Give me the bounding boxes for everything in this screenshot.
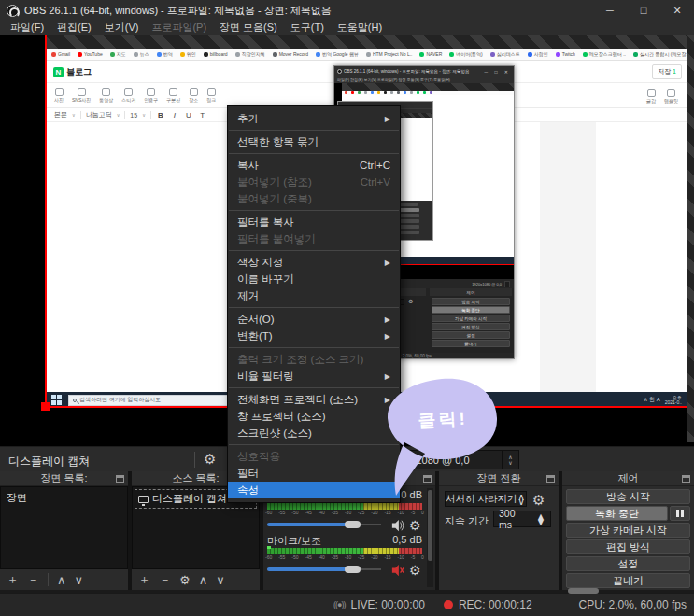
dock-popout-icon[interactable]	[116, 475, 124, 483]
bookmark-item[interactable]: NAVER	[419, 51, 442, 57]
editor-tool-링크[interactable]: 링크	[206, 88, 216, 103]
bookmark-item[interactable]: Mover Record	[273, 51, 308, 57]
source-up-button[interactable]: ∧	[199, 573, 208, 587]
format-select[interactable]: 15	[130, 112, 137, 119]
bookmark-item[interactable]: HTM Project No L..	[366, 51, 413, 57]
source-selection-border-left[interactable]	[45, 35, 47, 408]
channel-settings-gear-icon[interactable]: ⚙	[409, 518, 421, 533]
editor-tool-동영상[interactable]: 동영상	[99, 88, 113, 103]
editor-tool-장소[interactable]: 장소	[189, 88, 198, 103]
context-menu-item-4[interactable]: 복사Ctrl+C	[228, 157, 400, 174]
bookmark-item[interactable]: 사람인	[528, 51, 548, 57]
control-button-1[interactable]: 녹화 중단	[566, 506, 668, 521]
bookmark-item[interactable]: 뉴스	[134, 51, 149, 57]
minimize-button[interactable]: ─	[593, 0, 627, 21]
context-menu-item-6[interactable]: 붙여넣기 (중복)	[228, 190, 400, 207]
menubar-item[interactable]: 편집(E)	[50, 21, 98, 35]
editor-tool-스티커[interactable]: 스티커	[121, 88, 135, 103]
bookmark-item[interactable]: billboard	[204, 51, 228, 57]
context-menu-item-16[interactable]: 변환(T)▶	[228, 328, 400, 344]
editor-tool-글감[interactable]: 글감	[646, 89, 656, 104]
bookmark-item[interactable]: 위인	[180, 51, 196, 57]
format-select[interactable]: 본문	[54, 110, 67, 119]
context-menu-item-19[interactable]: 비율 필터링▶	[228, 368, 400, 385]
add-scene-button[interactable]: ＋	[7, 571, 19, 588]
context-menu-item-11[interactable]: 색상 지정▶	[228, 254, 400, 271]
format-mark-U[interactable]: U	[184, 111, 193, 119]
format-select[interactable]: 나눔고딕	[86, 110, 112, 119]
context-menu-item-18[interactable]: 출력 크기 조정 (소스 크기)	[228, 351, 400, 368]
source-settings-gear-icon[interactable]: ⚙	[179, 573, 191, 587]
control-button-2[interactable]: 가상 카메라 시작	[566, 523, 690, 538]
duration-spinbox[interactable]: 300 ms ▲▼	[493, 511, 551, 527]
editor-tool-SNS사진[interactable]: SNS사진	[72, 88, 91, 103]
format-mark-T[interactable]: T	[198, 111, 207, 119]
editor-tool-인용구[interactable]: 인용구	[144, 88, 158, 103]
context-menu-item-26[interactable]: 필터	[228, 465, 400, 482]
menubar-item[interactable]: 파일(F)	[4, 21, 50, 35]
source-down-button[interactable]: ∨	[216, 573, 225, 587]
dock-popout-icon[interactable]	[546, 475, 555, 483]
combo-arrows-icon[interactable]: ∧∨	[502, 451, 518, 469]
context-menu-item-0[interactable]: 추가▶	[228, 110, 400, 127]
transition-settings-gear-icon[interactable]: ⚙	[532, 492, 545, 509]
add-source-button[interactable]: ＋	[138, 571, 150, 588]
source-resize-handle[interactable]	[41, 402, 50, 411]
volume-slider[interactable]	[267, 564, 381, 575]
context-menu-item-25[interactable]: 상호작용	[228, 448, 400, 465]
context-menu-item-5[interactable]: 붙여넣기 (참조)Ctrl+V	[228, 174, 400, 190]
context-menu-item-12[interactable]: 이름 바꾸기	[228, 271, 400, 287]
context-menu-item-8[interactable]: 필터를 복사	[228, 214, 400, 231]
format-mark-B[interactable]: B	[156, 111, 165, 119]
context-menu-item-21[interactable]: 전체화면 프로젝터 (소스)▶	[228, 391, 400, 408]
bookmark-item[interactable]: 번역	[157, 51, 173, 57]
bookmark-item[interactable]: Gmail	[51, 51, 70, 57]
bookmark-item[interactable]: 심리테스트	[490, 51, 520, 57]
context-menu-item-22[interactable]: 창 프로젝터 (소스)	[228, 408, 400, 425]
menubar-item[interactable]: 도구(T)	[284, 21, 331, 35]
bookmark-item[interactable]: 실시간 통합시 (메모장..	[633, 51, 687, 57]
context-menu-item-27[interactable]: 속성	[228, 482, 400, 498]
control-button-4[interactable]: 설정	[566, 556, 690, 571]
speaker-icon[interactable]	[390, 519, 405, 532]
menubar-item[interactable]: 도움말(H)	[331, 21, 389, 35]
channel-settings-gear-icon[interactable]: ⚙	[409, 563, 421, 578]
source-properties-gear-icon[interactable]: ⚙	[204, 451, 216, 468]
scene-up-button[interactable]: ∧	[57, 573, 66, 587]
context-menu-item-13[interactable]: 제거	[228, 287, 400, 304]
control-button-3[interactable]: 편집 방식	[566, 539, 690, 554]
context-menu-item-23[interactable]: 스크린샷 (소스)	[228, 425, 400, 441]
scene-list[interactable]: 장면	[0, 486, 128, 569]
bookmark-item[interactable]: 메모장스크랩터 ..	[583, 51, 626, 57]
bookmark-item[interactable]: 직장인지혜	[235, 51, 265, 57]
editor-tool-템플릿[interactable]: 템플릿	[664, 89, 678, 104]
bookmark-item[interactable]: YouTube	[78, 51, 103, 57]
menubar-item[interactable]: 보기(V)	[98, 21, 146, 35]
bookmark-item[interactable]: 번역 Google 웹뷰	[316, 51, 359, 57]
scene-down-button[interactable]: ∨	[75, 573, 84, 587]
bookmark-item[interactable]: 지도	[110, 51, 126, 57]
editor-tool-사진[interactable]: 사진	[54, 88, 64, 103]
dock-scrollbar-handle[interactable]	[568, 588, 599, 594]
remove-scene-button[interactable]: －	[27, 571, 39, 588]
control-button-0[interactable]: 방송 시작	[566, 489, 690, 504]
context-menu-item-9[interactable]: 필터를 붙여넣기	[228, 231, 400, 247]
volume-slider[interactable]	[267, 519, 381, 530]
muted-speaker-icon[interactable]	[390, 564, 405, 577]
context-menu-item-2[interactable]: 선택한 항목 묶기	[228, 133, 400, 150]
menubar-item[interactable]: 프로파일(P)	[145, 21, 213, 35]
scene-list-item[interactable]: 장면	[1, 487, 127, 505]
bookmark-item[interactable]: 네이버(통역)	[449, 51, 482, 57]
spinbox-arrows-icon[interactable]: ▲▼	[522, 513, 550, 525]
remove-source-button[interactable]: －	[159, 571, 171, 588]
format-mark-I[interactable]: I	[170, 111, 179, 119]
mixer-scrollbar[interactable]	[427, 488, 433, 587]
control-button-5[interactable]: 끝내기	[566, 573, 690, 588]
pause-recording-button[interactable]	[670, 506, 690, 521]
close-button[interactable]: ✕	[660, 0, 694, 21]
menubar-item[interactable]: 장면 모음(S)	[213, 21, 284, 35]
editor-tool-구분선[interactable]: 구분선	[166, 88, 180, 103]
context-menu-item-15[interactable]: 순서(O)▶	[228, 311, 400, 328]
dock-popout-icon[interactable]	[682, 475, 690, 483]
maximize-button[interactable]: □	[627, 0, 660, 21]
